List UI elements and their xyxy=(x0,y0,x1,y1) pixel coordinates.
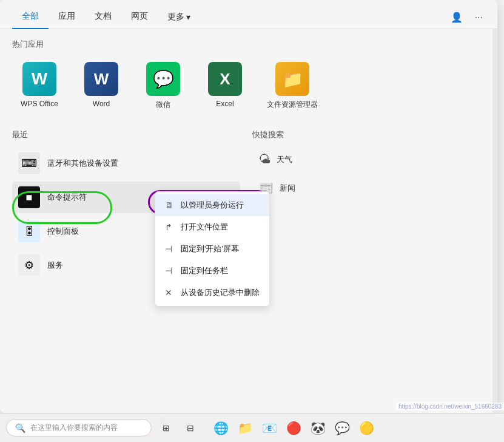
wechat-tb-btn[interactable]: 💬 xyxy=(331,417,353,439)
bluetooth-icon: ⌨ xyxy=(18,152,40,174)
taskbar-apps: 🌐 📁 📧 🔴 🐼 💬 🟡 xyxy=(210,417,377,439)
news-label: 新闻 xyxy=(280,183,295,194)
recent-title: 最近 xyxy=(12,129,240,140)
services-label: 服务 xyxy=(47,260,63,271)
quick-search-title: 快捷搜索 xyxy=(252,129,480,140)
pin-start-icon: ⊣ xyxy=(165,244,175,254)
taskbar: 🔍 在这里输入你要搜索的内容 ⊞ ⊟ 🌐 📁 📧 🔴 🐼 💬 🟡 xyxy=(0,413,504,442)
excel-label: Excel xyxy=(216,100,234,108)
tab-web[interactable]: 网页 xyxy=(121,6,158,29)
hot-apps-list: W WPS Office W Word 💬 微信 X xyxy=(12,57,480,115)
ctx-run-admin[interactable]: 🖥 以管理员身份运行 xyxy=(155,194,269,216)
tab-docs[interactable]: 文档 xyxy=(85,6,121,29)
tab-more[interactable]: 更多 ▾ xyxy=(158,6,200,29)
search-icon: 🔍 xyxy=(15,423,25,433)
search-bar[interactable]: 🔍 在这里输入你要搜索的内容 xyxy=(6,419,152,437)
search-placeholder: 在这里输入你要搜索的内容 xyxy=(30,423,118,433)
quick-search-list: 🌤 天气 📰 新闻 xyxy=(252,148,480,200)
top-nav: 全部 应用 文档 网页 更多 ▾ 👤 ··· xyxy=(0,0,497,29)
quick-search-section: 快捷搜索 🌤 天气 📰 新闻 xyxy=(252,129,480,281)
remove-history-icon: ✕ xyxy=(165,288,175,298)
ctx-remove-history[interactable]: ✕ 从设备历史记录中删除 xyxy=(155,282,269,304)
bluetooth-label: 蓝牙和其他设备设置 xyxy=(47,158,118,169)
task-view-btn[interactable]: ⊞ xyxy=(156,418,176,438)
scrollbar[interactable] xyxy=(492,29,497,413)
ctx-pin-start[interactable]: ⊣ 固定到'开始'屏幕 xyxy=(155,238,269,260)
chevron-down-icon: ▾ xyxy=(186,12,190,22)
app-wps[interactable]: W WPS Office xyxy=(12,57,67,115)
hot-apps-title: 热门应用 xyxy=(12,39,480,50)
tab-apps[interactable]: 应用 xyxy=(49,6,85,29)
watermark: https://blog.csdn.net/weixin_51660283 xyxy=(396,403,504,410)
weather-label: 天气 xyxy=(277,154,292,165)
pin-taskbar-icon: ⊣ xyxy=(165,266,175,276)
app-excel[interactable]: X Excel xyxy=(198,57,252,115)
mail-btn[interactable]: 📧 xyxy=(258,417,280,439)
quick-news[interactable]: 📰 新闻 xyxy=(252,176,480,200)
recent-bluetooth[interactable]: ⌨ 蓝牙和其他设备设置 xyxy=(12,148,240,179)
more-options-icon[interactable]: ··· xyxy=(472,10,485,25)
tab-all[interactable]: 全部 xyxy=(12,6,49,29)
app3-btn[interactable]: 🟡 xyxy=(355,417,377,439)
control-label: 控制面板 xyxy=(47,226,79,237)
widgets-btn[interactable]: ⊟ xyxy=(181,418,200,438)
wechat-label: 微信 xyxy=(156,100,170,110)
wps-label: WPS Office xyxy=(21,100,58,108)
weather-icon: 🌤 xyxy=(258,152,270,166)
top-nav-icons: 👤 ··· xyxy=(448,9,485,25)
quick-weather[interactable]: 🌤 天气 xyxy=(252,148,480,171)
app-explorer[interactable]: 📁 文件资源管理器 xyxy=(260,57,325,115)
wechat-icon: 💬 xyxy=(146,62,180,96)
explorer-label: 文件资源管理器 xyxy=(267,100,318,110)
file-mgr-btn[interactable]: 📁 xyxy=(234,417,256,439)
word-label: Word xyxy=(93,100,110,108)
edge-btn[interactable]: 🌐 xyxy=(210,417,232,439)
control-icon: 🎛 xyxy=(18,220,40,242)
wps-icon: W xyxy=(22,62,56,96)
app2-btn[interactable]: 🐼 xyxy=(307,417,329,439)
app-word[interactable]: W Word xyxy=(74,57,129,115)
explorer-icon: 📁 xyxy=(275,62,309,96)
run-admin-icon: 🖥 xyxy=(165,200,175,210)
cmd-icon: ■ xyxy=(18,186,40,208)
open-location-icon: ↱ xyxy=(165,222,175,232)
cmd-label: 命令提示符 xyxy=(47,192,87,203)
word-icon: W xyxy=(84,62,118,96)
services-icon: ⚙ xyxy=(18,254,40,276)
app1-btn[interactable]: 🔴 xyxy=(283,417,304,439)
ctx-open-location[interactable]: ↱ 打开文件位置 xyxy=(155,216,269,238)
app-wechat[interactable]: 💬 微信 xyxy=(136,57,190,115)
user-icon[interactable]: 👤 xyxy=(448,9,465,25)
excel-icon: X xyxy=(208,62,242,96)
ctx-pin-taskbar[interactable]: ⊣ 固定到任务栏 xyxy=(155,260,269,282)
context-menu: 🖥 以管理员身份运行 ↱ 打开文件位置 ⊣ 固定到'开始'屏幕 ⊣ 固定到任务栏… xyxy=(155,191,270,307)
nav-tabs: 全部 应用 文档 网页 更多 ▾ xyxy=(12,6,200,29)
